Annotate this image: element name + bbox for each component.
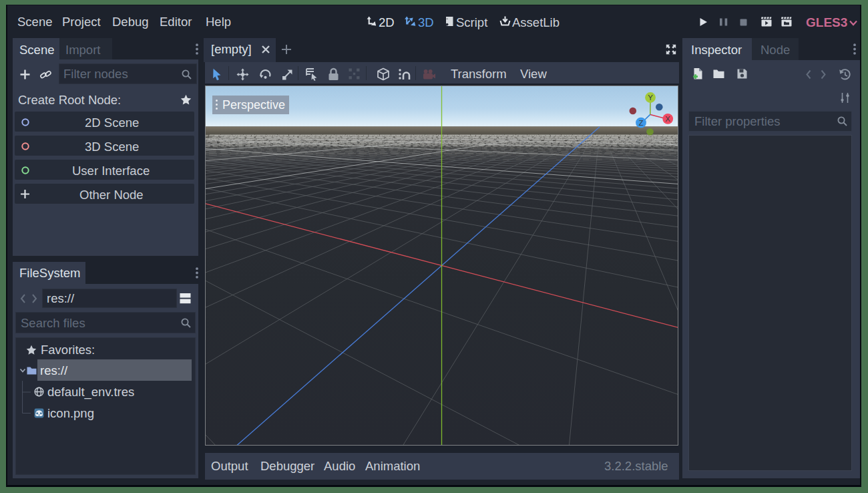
svg-text:Z: Z (638, 119, 643, 127)
svg-text:X: X (665, 115, 670, 123)
svg-text:Y: Y (648, 94, 653, 102)
